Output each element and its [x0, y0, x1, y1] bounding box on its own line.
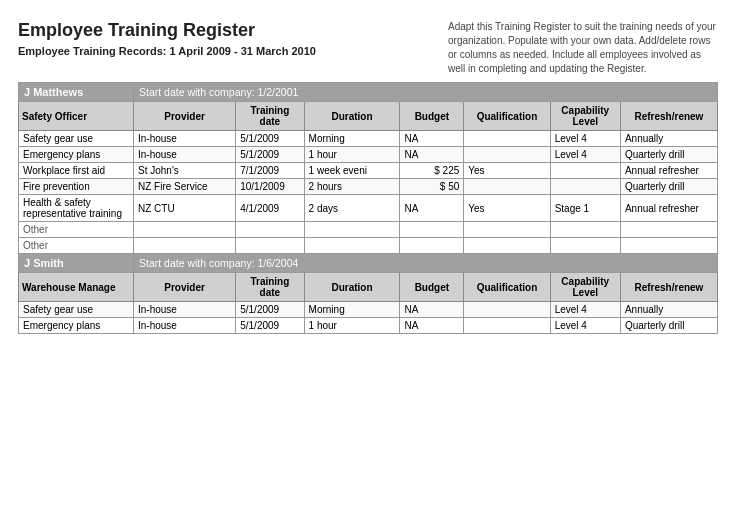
budget: NA — [400, 131, 464, 147]
budget: $ 50 — [400, 179, 464, 195]
column-headers-j-smith: Warehouse Manage Provider Training date … — [19, 273, 718, 302]
provider: In-house — [134, 147, 236, 163]
subtitle: Employee Training Records: 1 April 2009 … — [18, 45, 316, 57]
table-row: Safety gear use In-house 5/1/2009 Mornin… — [19, 302, 718, 318]
provider: In-house — [134, 302, 236, 318]
refresh: Annual refresher — [620, 195, 717, 222]
col-header-refresh: Refresh/renew — [620, 102, 717, 131]
employee-header-j-matthews: J Matthews Start date with company: 1/2/… — [19, 83, 718, 102]
col-header-qualification-2: Qualification — [464, 273, 550, 302]
provider: In-house — [134, 318, 236, 334]
training-name: Safety gear use — [19, 302, 134, 318]
provider — [134, 238, 236, 254]
qualification — [464, 179, 550, 195]
table-row: Health & safety representative training … — [19, 195, 718, 222]
duration: 2 hours — [304, 179, 400, 195]
header-description: Adapt this Training Register to suit the… — [448, 20, 718, 76]
header-left: Employee Training Register Employee Trai… — [18, 20, 316, 57]
col-header-qualification: Qualification — [464, 102, 550, 131]
refresh: Annually — [620, 131, 717, 147]
table-row: Workplace first aid St John's 7/1/2009 1… — [19, 163, 718, 179]
duration: Morning — [304, 302, 400, 318]
refresh: Annually — [620, 302, 717, 318]
budget — [400, 238, 464, 254]
provider — [134, 222, 236, 238]
refresh: Annual refresher — [620, 163, 717, 179]
date: 5/1/2009 — [236, 302, 304, 318]
qualification: Yes — [464, 163, 550, 179]
budget — [400, 222, 464, 238]
table-row: Other — [19, 222, 718, 238]
date: 7/1/2009 — [236, 163, 304, 179]
capability — [550, 179, 620, 195]
training-name: Other — [19, 238, 134, 254]
table-row: Other — [19, 238, 718, 254]
training-name: Workplace first aid — [19, 163, 134, 179]
training-name: Emergency plans — [19, 147, 134, 163]
capability: Level 4 — [550, 318, 620, 334]
qualification: Yes — [464, 195, 550, 222]
provider: NZ CTU — [134, 195, 236, 222]
col-header-role: Safety Officer — [19, 102, 134, 131]
column-headers-j-matthews: Safety Officer Provider Training date Du… — [19, 102, 718, 131]
date: 5/1/2009 — [236, 318, 304, 334]
main-table: J Matthews Start date with company: 1/2/… — [18, 82, 718, 334]
refresh: Quarterly drill — [620, 147, 717, 163]
qualification — [464, 131, 550, 147]
duration — [304, 238, 400, 254]
table-row: Emergency plans In-house 5/1/2009 1 hour… — [19, 318, 718, 334]
col-header-budget-2: Budget — [400, 273, 464, 302]
employee-name-j-matthews: J Matthews — [19, 83, 134, 102]
col-header-date-2: Training date — [236, 273, 304, 302]
budget: NA — [400, 195, 464, 222]
qualification — [464, 302, 550, 318]
date: 10/1/2009 — [236, 179, 304, 195]
budget: NA — [400, 318, 464, 334]
col-header-date: Training date — [236, 102, 304, 131]
col-header-budget: Budget — [400, 102, 464, 131]
table-row: Safety gear use In-house 5/1/2009 Mornin… — [19, 131, 718, 147]
capability — [550, 163, 620, 179]
budget: NA — [400, 302, 464, 318]
capability: Level 4 — [550, 131, 620, 147]
col-header-capability-2: Capability Level — [550, 273, 620, 302]
page: Employee Training Register Employee Trai… — [0, 0, 736, 514]
budget: NA — [400, 147, 464, 163]
col-header-provider-2: Provider — [134, 273, 236, 302]
provider: St John's — [134, 163, 236, 179]
col-header-duration: Duration — [304, 102, 400, 131]
capability — [550, 222, 620, 238]
training-name: Health & safety representative training — [19, 195, 134, 222]
col-header-refresh-2: Refresh/renew — [620, 273, 717, 302]
col-header-provider: Provider — [134, 102, 236, 131]
refresh: Quarterly drill — [620, 318, 717, 334]
duration: 1 week eveni — [304, 163, 400, 179]
training-name: Safety gear use — [19, 131, 134, 147]
duration: 1 hour — [304, 318, 400, 334]
employee-start-date-j-matthews: Start date with company: 1/2/2001 — [134, 83, 718, 102]
col-header-role-2: Warehouse Manage — [19, 273, 134, 302]
qualification — [464, 147, 550, 163]
qualification — [464, 222, 550, 238]
capability: Level 4 — [550, 302, 620, 318]
date: 4/1/2009 — [236, 195, 304, 222]
refresh — [620, 238, 717, 254]
header-row: Employee Training Register Employee Trai… — [18, 20, 718, 76]
table-row: Fire prevention NZ Fire Service 10/1/200… — [19, 179, 718, 195]
employee-name-j-smith: J Smith — [19, 254, 134, 273]
duration: 1 hour — [304, 147, 400, 163]
date: 5/1/2009 — [236, 131, 304, 147]
employee-start-date-j-smith: Start date with company: 1/6/2004 — [134, 254, 718, 273]
qualification — [464, 318, 550, 334]
refresh: Quarterly drill — [620, 179, 717, 195]
col-header-capability: Capability Level — [550, 102, 620, 131]
date — [236, 222, 304, 238]
qualification — [464, 238, 550, 254]
capability: Stage 1 — [550, 195, 620, 222]
capability: Level 4 — [550, 147, 620, 163]
table-row: Emergency plans In-house 5/1/2009 1 hour… — [19, 147, 718, 163]
duration: Morning — [304, 131, 400, 147]
refresh — [620, 222, 717, 238]
col-header-duration-2: Duration — [304, 273, 400, 302]
date — [236, 238, 304, 254]
